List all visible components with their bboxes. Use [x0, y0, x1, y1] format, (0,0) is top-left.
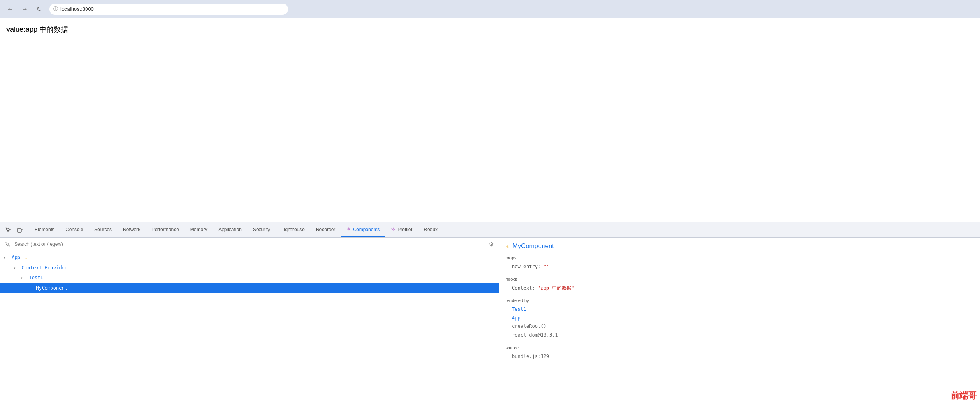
tree-label-context-provider: Context.Provider: [21, 265, 68, 271]
rendered-by-test1[interactable]: Test1: [512, 306, 526, 312]
inspector-props-entry: new entry: "": [506, 263, 974, 271]
forward-button[interactable]: →: [19, 4, 30, 15]
devtools-body: ⚙ ▾ App ⚠ ▾ Context.Provider ▾: [0, 238, 980, 405]
profiler-react-icon: ⚛: [391, 226, 396, 232]
inspector-component-name: MyComponent: [513, 243, 554, 250]
tree-item-test1[interactable]: ▾ Test1: [0, 273, 499, 283]
tab-application-label: Application: [218, 227, 242, 232]
tab-memory[interactable]: Memory: [185, 222, 213, 237]
tab-sources-label: Sources: [94, 227, 112, 232]
inspector-rendered-by-entries: Test1 App createRoot() react-dom@18.3.1: [506, 305, 974, 339]
tab-redux-label: Redux: [424, 227, 438, 232]
tree-label-test1: Test1: [29, 275, 43, 280]
rendered-by-createroot: createRoot(): [512, 323, 546, 329]
tab-profiler-label: Profiler: [397, 227, 412, 232]
hooks-key-context: Context:: [512, 285, 538, 291]
tab-redux[interactable]: Redux: [418, 222, 443, 237]
tab-console[interactable]: Console: [60, 222, 89, 237]
tree-arrow-app: ▾: [3, 254, 9, 261]
browser-chrome: ← → ↻ ⓘ localhost:3000: [0, 0, 980, 18]
tab-performance[interactable]: Performance: [146, 222, 185, 237]
tab-application[interactable]: Application: [213, 222, 247, 237]
inspector-header: ⚠ MyComponent: [506, 242, 974, 250]
inspector-rendered-by-section: rendered by Test1 App createRoot() react…: [506, 298, 974, 339]
rendered-by-reactdom: react-dom@18.3.1: [512, 332, 558, 338]
tree-item-context-provider[interactable]: ▾ Context.Provider: [0, 263, 499, 273]
tab-lighthouse[interactable]: Lighthouse: [276, 222, 310, 237]
tree-arrow-context-provider: ▾: [13, 265, 19, 272]
tab-console-label: Console: [66, 227, 83, 232]
inspector-source-section: source bundle.js:129: [506, 345, 974, 361]
tree-label-mycomponent: MyComponent: [36, 285, 67, 291]
inspector-hooks-entry: Context: "app 中的数据": [506, 284, 974, 293]
search-input[interactable]: [14, 241, 484, 247]
search-bar: ⚙: [0, 238, 499, 251]
url-text: localhost:3000: [60, 6, 94, 12]
inspector-props-section: props new entry: "": [506, 255, 974, 271]
tree-item-mycomponent[interactable]: MyComponent: [0, 283, 499, 294]
devtools-toolbar: [0, 222, 29, 237]
tab-network[interactable]: Network: [117, 222, 146, 237]
search-settings-button[interactable]: ⚙: [487, 240, 496, 249]
search-cursor-button[interactable]: [3, 240, 12, 249]
tab-network-label: Network: [123, 227, 140, 232]
hooks-value-context: "app 中的数据": [538, 285, 574, 291]
devtools-panel: Elements Console Sources Network Perform…: [0, 222, 980, 405]
tab-profiler[interactable]: ⚛ Profiler: [385, 222, 418, 237]
page-content: value:app 中的数据: [0, 18, 980, 222]
inspector-warn-icon: ⚠: [506, 242, 509, 250]
tab-sources[interactable]: Sources: [89, 222, 117, 237]
tab-security[interactable]: Security: [247, 222, 276, 237]
rendered-by-app[interactable]: App: [512, 315, 521, 321]
nav-buttons: ← → ↻: [5, 4, 45, 15]
inspector-source-entry: bundle.js:129: [506, 352, 974, 361]
tab-performance-label: Performance: [152, 227, 179, 232]
source-bundle: bundle.js:129: [512, 354, 549, 359]
inspector-source-title: source: [506, 345, 974, 350]
svg-rect-0: [18, 228, 21, 232]
svg-rect-1: [21, 229, 23, 232]
tree-label-app: App: [12, 255, 20, 260]
tab-elements-label: Elements: [35, 227, 54, 232]
tab-recorder[interactable]: Recorder: [310, 222, 341, 237]
inspector-props-title: props: [506, 255, 974, 260]
component-tree: ▾ App ⚠ ▾ Context.Provider ▾ Test1: [0, 251, 499, 405]
tab-elements[interactable]: Elements: [29, 222, 60, 237]
inspect-element-button[interactable]: [3, 225, 14, 235]
security-icon: ⓘ: [53, 6, 58, 12]
tab-components[interactable]: ⚛ Components: [341, 222, 385, 237]
address-bar[interactable]: ⓘ localhost:3000: [49, 4, 288, 15]
device-toolbar-button[interactable]: [15, 225, 25, 235]
inspector-hooks-title: hooks: [506, 277, 974, 282]
tree-arrow-test1: ▾: [20, 275, 26, 282]
tab-security-label: Security: [253, 227, 270, 232]
tab-memory-label: Memory: [190, 227, 207, 232]
back-button[interactable]: ←: [5, 4, 16, 15]
props-value-new-entry: "": [543, 264, 549, 269]
page-main-text: value:app 中的数据: [6, 25, 974, 34]
svg-line-2: [8, 245, 10, 246]
tab-recorder-label: Recorder: [316, 227, 335, 232]
refresh-button[interactable]: ↻: [33, 4, 45, 15]
tab-components-label: Components: [353, 227, 380, 232]
components-react-icon: ⚛: [346, 226, 351, 232]
devtools-tabs-bar: Elements Console Sources Network Perform…: [0, 222, 980, 238]
inspector-hooks-section: hooks Context: "app 中的数据": [506, 277, 974, 293]
tree-item-app[interactable]: ▾ App ⚠: [0, 253, 499, 263]
props-key-new-entry: new entry:: [512, 264, 543, 269]
tab-lighthouse-label: Lighthouse: [281, 227, 305, 232]
app-warn-icon: ⚠: [25, 255, 30, 261]
inspector-panel: ⚠ MyComponent props new entry: "" hooks …: [499, 238, 980, 405]
tree-panel: ⚙ ▾ App ⚠ ▾ Context.Provider ▾: [0, 238, 499, 405]
inspector-rendered-by-title: rendered by: [506, 298, 974, 303]
